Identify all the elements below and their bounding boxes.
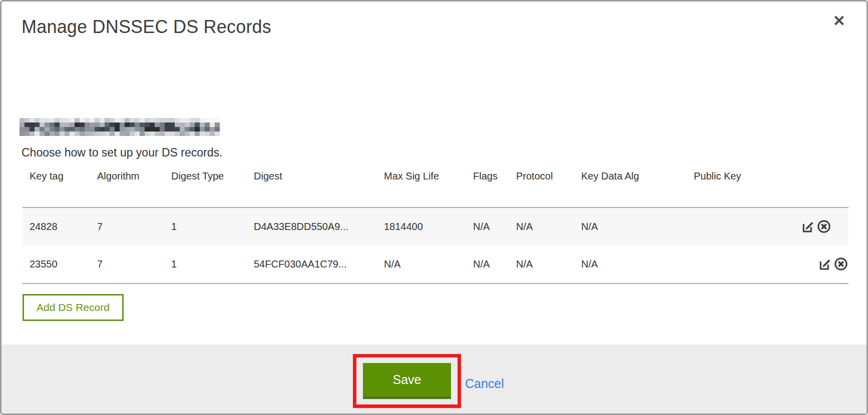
delete-record-button[interactable] [833, 256, 848, 272]
row-actions [793, 245, 848, 284]
delete-icon [833, 266, 848, 273]
cancel-link[interactable]: Cancel [465, 376, 504, 391]
col-header-max-sig-life: Max Sig Life [377, 168, 466, 208]
table-row: 24828 7 1 D4A33E8DD550A9... 1814400 N/A … [23, 208, 848, 245]
cell-digest-type: 1 [164, 208, 247, 245]
add-ds-record-button[interactable]: Add DS Record [23, 294, 124, 321]
col-header-actions [793, 168, 848, 208]
cell-flags: N/A [466, 245, 509, 284]
cell-digest: 54FCF030AA1C79... [247, 245, 377, 284]
cell-key-tag: 24828 [23, 208, 90, 245]
cell-key-data-alg: N/A [574, 208, 687, 245]
cell-algorithm: 7 [90, 245, 164, 284]
cell-public-key [687, 245, 793, 284]
delete-icon [816, 228, 831, 236]
cell-protocol: N/A [509, 208, 574, 245]
cell-key-tag: 23550 [23, 245, 90, 284]
redacted-domain [20, 118, 220, 136]
instruction-text: Choose how to set up your DS records. [22, 146, 866, 160]
cell-key-data-alg: N/A [574, 245, 687, 284]
col-header-digest: Digest [247, 168, 377, 208]
cell-digest: D4A33E8DD550A9... [247, 208, 377, 245]
edit-record-button[interactable] [800, 219, 815, 234]
col-header-protocol: Protocol [509, 168, 574, 208]
close-icon[interactable]: ✕ [833, 14, 845, 28]
table-header-row: Key tag Algorithm Digest Type Digest Max… [23, 168, 848, 208]
cell-algorithm: 7 [90, 208, 164, 245]
delete-record-button[interactable] [816, 219, 831, 234]
col-header-flags: Flags [466, 168, 509, 208]
cell-max-sig-life: 1814400 [377, 208, 466, 245]
table-row: 23550 7 1 54FCF030AA1C79... N/A N/A N/A … [23, 245, 848, 284]
cell-protocol: N/A [509, 245, 574, 284]
cell-max-sig-life: N/A [377, 245, 466, 284]
col-header-key-data-alg: Key Data Alg [574, 168, 687, 208]
manage-dnssec-modal: Manage DNSSEC DS Records ✕ Choose how to… [0, 0, 868, 415]
col-header-digest-type: Digest Type [164, 168, 247, 208]
cell-flags: N/A [466, 208, 509, 245]
annotation-highlight-box: Save [353, 354, 461, 408]
row-actions [793, 208, 848, 245]
cell-digest-type: 1 [164, 245, 247, 284]
ds-records-table: Key tag Algorithm Digest Type Digest Max… [23, 168, 848, 284]
col-header-key-tag: Key tag [23, 168, 90, 208]
col-header-algorithm: Algorithm [90, 168, 164, 208]
edit-icon [817, 266, 832, 273]
col-header-public-key: Public Key [687, 168, 793, 208]
page-title: Manage DNSSEC DS Records [22, 16, 866, 38]
edit-icon [800, 228, 815, 236]
edit-record-button[interactable] [817, 256, 832, 272]
save-button[interactable]: Save [363, 363, 451, 399]
cell-public-key [687, 208, 793, 245]
